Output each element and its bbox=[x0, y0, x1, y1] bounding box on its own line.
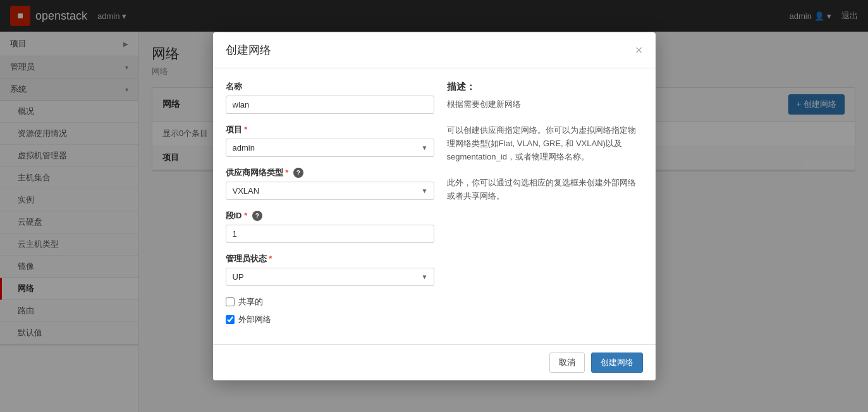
form-group-provider-type: 供应商网络类型 * ? VXLAN Flat VLAN GRE Local bbox=[226, 167, 434, 200]
project-select[interactable]: admin bbox=[226, 139, 434, 157]
external-label[interactable]: 外部网络 bbox=[238, 314, 271, 325]
form-group-segment-id: 段ID * ? bbox=[226, 210, 434, 243]
project-label: 项目 * bbox=[226, 124, 434, 135]
provider-type-select[interactable]: VXLAN Flat VLAN GRE Local bbox=[226, 182, 434, 200]
admin-state-label: 管理员状态 * bbox=[226, 253, 434, 265]
segment-id-help-icon[interactable]: ? bbox=[252, 211, 262, 221]
project-select-wrapper: admin bbox=[226, 139, 434, 157]
modal-body: 名称 项目 * admin 供应商网络类 bbox=[213, 68, 656, 344]
shared-label[interactable]: 共享的 bbox=[238, 296, 263, 308]
modal-header: 创建网络 × bbox=[213, 32, 656, 68]
modal-close-button[interactable]: × bbox=[635, 44, 643, 56]
admin-state-select-wrapper: UP DOWN bbox=[226, 268, 434, 286]
name-input[interactable] bbox=[226, 96, 434, 114]
modal-form: 名称 项目 * admin 供应商网络类 bbox=[226, 81, 434, 332]
name-label: 名称 bbox=[226, 81, 434, 92]
cancel-button[interactable]: 取消 bbox=[549, 353, 585, 373]
external-checkbox[interactable] bbox=[226, 315, 235, 324]
desc-title: 描述： bbox=[447, 81, 643, 93]
shared-checkbox[interactable] bbox=[226, 297, 235, 306]
provider-type-help-icon[interactable]: ? bbox=[293, 168, 303, 178]
external-checkbox-group: 外部网络 bbox=[226, 314, 434, 325]
shared-checkbox-group: 共享的 bbox=[226, 296, 434, 308]
admin-state-select[interactable]: UP DOWN bbox=[226, 268, 434, 286]
provider-type-label: 供应商网络类型 * ? bbox=[226, 167, 434, 178]
form-group-project: 项目 * admin bbox=[226, 124, 434, 157]
segment-id-label: 段ID * ? bbox=[226, 210, 434, 222]
segment-id-input[interactable] bbox=[226, 225, 434, 243]
form-group-name: 名称 bbox=[226, 81, 434, 114]
modal-description: 描述： 根据需要创建新网络 可以创建供应商指定网络。你可以为虚拟网络指定物理网络… bbox=[447, 81, 643, 332]
provider-type-select-wrapper: VXLAN Flat VLAN GRE Local bbox=[226, 182, 434, 200]
create-button[interactable]: 创建网络 bbox=[591, 353, 643, 373]
desc-text: 根据需要创建新网络 可以创建供应商指定网络。你可以为虚拟网络指定物理网络类型(如… bbox=[447, 98, 643, 203]
modal-title: 创建网络 bbox=[226, 42, 271, 58]
modal: 创建网络 × 名称 项目 * admin bbox=[213, 32, 656, 380]
modal-overlay: 创建网络 × 名称 项目 * admin bbox=[0, 0, 868, 412]
form-group-admin-state: 管理员状态 * UP DOWN bbox=[226, 253, 434, 286]
modal-footer: 取消 创建网络 bbox=[213, 344, 656, 380]
